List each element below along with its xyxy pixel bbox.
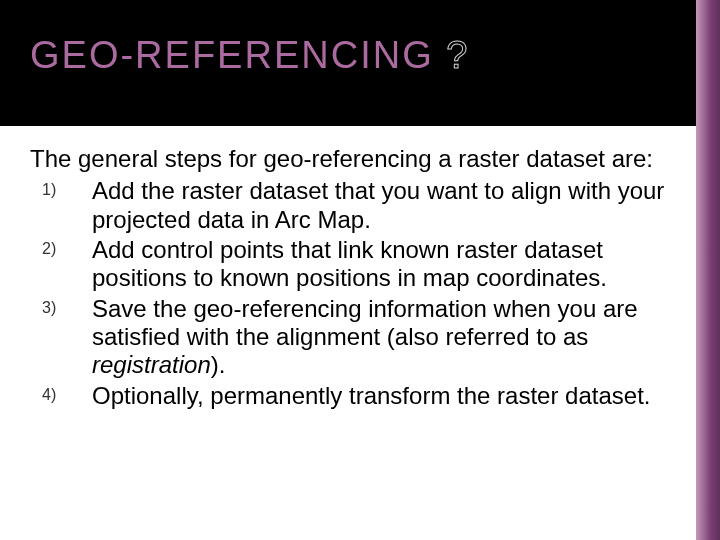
step-text: Optionally, permanently transform the ra… — [92, 382, 650, 409]
title-text-suffix: ? — [434, 34, 470, 76]
step-list: Add the raster dataset that you want to … — [30, 177, 672, 410]
list-item: Add control points that link known raste… — [92, 236, 672, 293]
header: GEO-REFERENCING ? — [0, 0, 696, 126]
list-item: Save the geo-referencing information whe… — [92, 295, 672, 380]
list-item: Optionally, permanently transform the ra… — [92, 382, 672, 410]
accent-bar — [696, 0, 720, 540]
list-item: Add the raster dataset that you want to … — [92, 177, 672, 234]
step-tail: ). — [211, 351, 226, 378]
title-text-main: GEO-REFERENCING — [30, 34, 434, 76]
intro-text: The general steps for geo-referencing a … — [30, 145, 672, 173]
step-text: Save the geo-referencing information whe… — [92, 295, 638, 350]
slide-title: GEO-REFERENCING ? — [30, 34, 696, 77]
step-italic: registration — [92, 351, 211, 378]
slide: GEO-REFERENCING ? The general steps for … — [0, 0, 720, 540]
step-text: Add the raster dataset that you want to … — [92, 177, 664, 232]
step-text: Add control points that link known raste… — [92, 236, 607, 291]
slide-body: The general steps for geo-referencing a … — [30, 145, 672, 412]
